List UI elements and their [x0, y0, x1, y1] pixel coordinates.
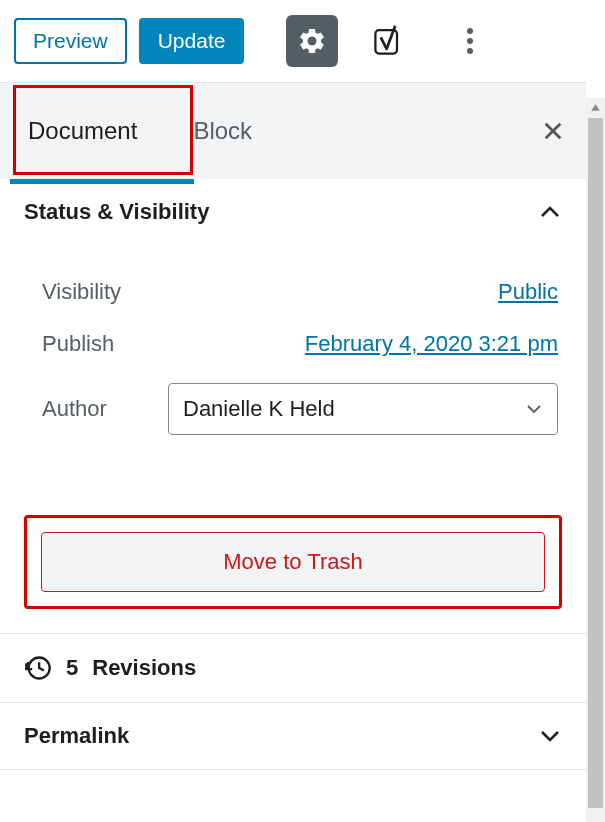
svg-marker-7: [591, 104, 600, 111]
panel-status-visibility: Status & Visibility Visibility Public Pu…: [0, 179, 586, 634]
permalink-title: Permalink: [24, 723, 129, 749]
close-sidebar-button[interactable]: [542, 83, 586, 179]
settings-button[interactable]: [286, 15, 338, 67]
author-select[interactable]: Danielle K Held: [168, 383, 558, 435]
tab-document[interactable]: Document: [0, 83, 165, 179]
row-author: Author Danielle K Held: [42, 383, 558, 435]
panel-permalink: Permalink: [0, 703, 586, 770]
sidebar-tabs: Document Block: [0, 83, 586, 179]
yoast-icon: [370, 23, 406, 59]
publish-value-link[interactable]: February 4, 2020 3:21 pm: [305, 331, 558, 357]
history-icon: [24, 654, 52, 682]
close-icon: [542, 120, 564, 142]
kebab-icon: [466, 27, 474, 55]
publish-label: Publish: [42, 331, 172, 357]
tab-block[interactable]: Block: [165, 83, 280, 179]
revisions-label: Revisions: [92, 655, 196, 681]
visibility-value-link[interactable]: Public: [498, 279, 558, 305]
move-to-trash-button[interactable]: Move to Trash: [41, 532, 545, 592]
scrollbar-up-button[interactable]: [586, 98, 605, 117]
active-tab-indicator: [10, 179, 194, 184]
svg-point-2: [467, 38, 473, 44]
publish-toolbar: Preview Update: [0, 0, 586, 83]
row-visibility: Visibility Public: [42, 279, 558, 305]
revisions-button[interactable]: 5 Revisions: [0, 634, 586, 702]
scrollable-content: Preview Update Document Block: [0, 0, 586, 822]
svg-point-3: [467, 48, 473, 54]
editor-sidebar: Preview Update Document Block: [0, 0, 605, 822]
chevron-down-icon: [525, 400, 543, 418]
svg-rect-0: [376, 30, 398, 53]
panel-toggle-status[interactable]: Status & Visibility: [0, 179, 586, 245]
author-label: Author: [42, 396, 162, 422]
gear-icon: [297, 26, 327, 56]
chevron-down-icon: [538, 724, 562, 748]
panel-body-status: Visibility Public Publish February 4, 20…: [0, 245, 586, 495]
visibility-label: Visibility: [42, 279, 172, 305]
panel-title: Status & Visibility: [24, 199, 209, 225]
scrollbar-thumb[interactable]: [588, 118, 603, 808]
author-value: Danielle K Held: [183, 396, 335, 422]
chevron-up-icon: [538, 200, 562, 224]
update-button[interactable]: Update: [139, 18, 245, 64]
panel-revisions: 5 Revisions: [0, 634, 586, 703]
panel-toggle-permalink[interactable]: Permalink: [0, 703, 586, 769]
annotation-highlight-trash: Move to Trash: [24, 515, 562, 609]
more-options-button[interactable]: [444, 15, 496, 67]
revisions-count: 5: [66, 655, 78, 681]
row-publish: Publish February 4, 2020 3:21 pm: [42, 331, 558, 357]
yoast-button[interactable]: [362, 15, 414, 67]
preview-button[interactable]: Preview: [14, 18, 127, 64]
svg-point-1: [467, 28, 473, 34]
